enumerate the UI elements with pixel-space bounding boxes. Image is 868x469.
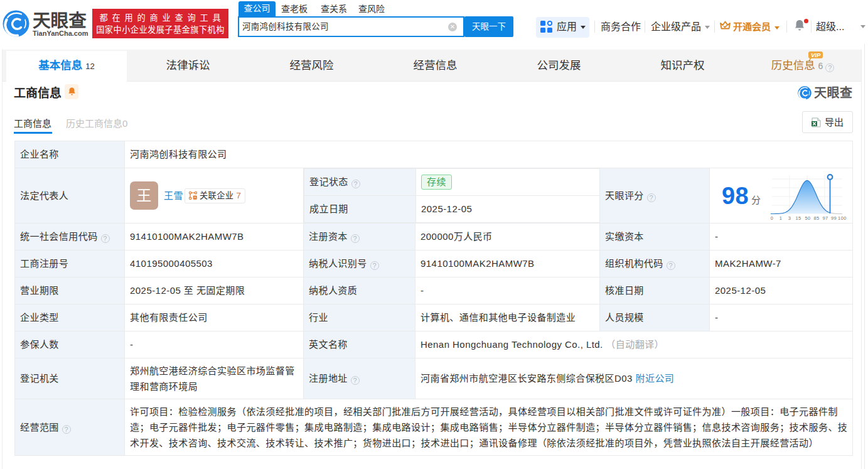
svg-text:50: 50 (805, 215, 810, 220)
svg-text:99: 99 (831, 215, 837, 220)
svg-text:3: 3 (788, 215, 791, 220)
svg-text:100: 100 (838, 215, 847, 220)
svg-text:0: 0 (771, 215, 774, 220)
svg-text:15: 15 (795, 215, 801, 220)
svg-text:1: 1 (780, 215, 783, 220)
svg-text:85: 85 (813, 215, 819, 220)
svg-text:97: 97 (822, 215, 828, 220)
